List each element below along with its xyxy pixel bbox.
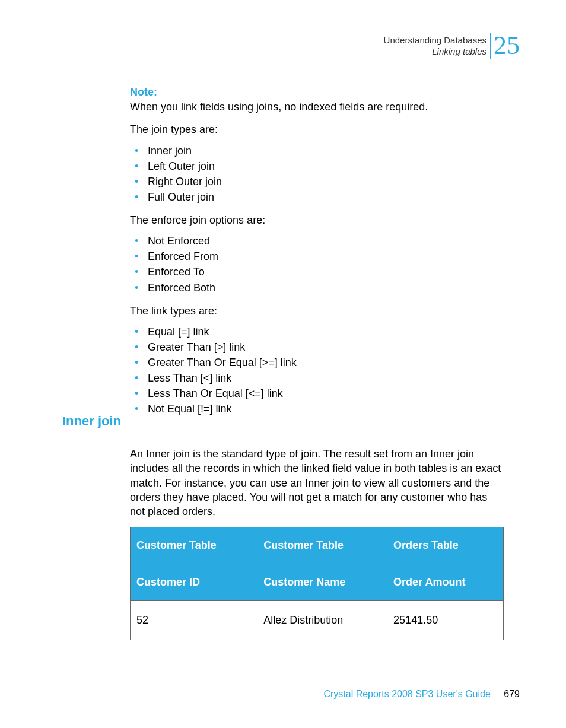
list-item: Less Than [<] link [130, 370, 504, 386]
table-header-row: Customer Table Customer Table Orders Tab… [131, 527, 504, 564]
header-title: Understanding Databases [384, 34, 486, 46]
note-text: When you link fields using joins, no ind… [130, 100, 504, 114]
main-content: Note: When you link fields using joins, … [130, 86, 504, 425]
enforce-options-list: Not Enforced Enforced From Enforced To E… [130, 233, 504, 295]
list-item: Greater Than [>] link [130, 339, 504, 355]
list-item: Greater Than Or Equal [>=] link [130, 355, 504, 370]
table-header-cell: Customer Name [257, 564, 387, 601]
inner-join-paragraph: An Inner join is the standard type of jo… [130, 447, 504, 519]
table-header-cell: Orders Table [387, 527, 504, 564]
table-cell: 25141.50 [387, 601, 504, 640]
table-cell: Allez Distribution [257, 601, 387, 640]
list-item: Equal [=] link [130, 324, 504, 339]
list-item: Enforced From [130, 249, 504, 264]
list-item: Full Outer join [130, 189, 504, 205]
header-subtitle: Linking tables [384, 46, 486, 58]
table-cell: 52 [131, 601, 257, 640]
join-example-table: Customer Table Customer Table Orders Tab… [130, 527, 504, 640]
table-row: 52 Allez Distribution 25141.50 [131, 601, 504, 640]
join-types-intro: The join types are: [130, 122, 504, 136]
table-header-cell: Customer Table [257, 527, 387, 564]
enforce-intro: The enforce join options are: [130, 213, 504, 227]
list-item: Right Outer join [130, 174, 504, 189]
join-types-list: Inner join Left Outer join Right Outer j… [130, 143, 504, 205]
table-header-cell: Customer Table [131, 527, 257, 564]
page-footer: Crystal Reports 2008 SP3 User's Guide 67… [323, 689, 520, 700]
table-header-cell: Order Amount [387, 564, 504, 601]
link-types-list: Equal [=] link Greater Than [>] link Gre… [130, 324, 504, 417]
inner-join-content: An Inner join is the standard type of jo… [130, 447, 504, 640]
list-item: Enforced To [130, 264, 504, 279]
list-item: Left Outer join [130, 158, 504, 174]
chapter-number: 25 [490, 33, 520, 59]
list-item: Inner join [130, 143, 504, 158]
list-item: Less Than Or Equal [<=] link [130, 386, 504, 401]
link-types-intro: The link types are: [130, 304, 504, 318]
list-item: Not Enforced [130, 233, 504, 249]
page-header: Understanding Databases Linking tables 2… [384, 33, 520, 59]
section-heading: Inner join [62, 414, 121, 429]
list-item: Not Equal [!=] link [130, 401, 504, 417]
list-item: Enforced Both [130, 280, 504, 295]
note-label: Note: [130, 86, 504, 98]
table-header-row: Customer ID Customer Name Order Amount [131, 564, 504, 601]
header-text: Understanding Databases Linking tables [384, 34, 486, 58]
table-header-cell: Customer ID [131, 564, 257, 601]
footer-title: Crystal Reports 2008 SP3 User's Guide [323, 689, 490, 699]
footer-page-number: 679 [504, 689, 520, 699]
